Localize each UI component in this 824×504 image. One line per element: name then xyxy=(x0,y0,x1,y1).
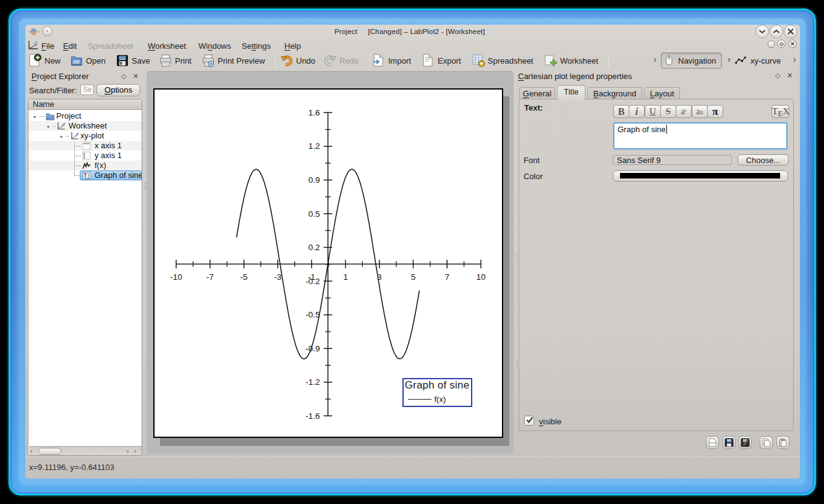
svg-text:0.9: 0.9 xyxy=(308,175,320,185)
svg-text:-7: -7 xyxy=(206,272,214,282)
svg-text:-0.2: -0.2 xyxy=(305,277,320,286)
svg-text:-1.6: -1.6 xyxy=(305,411,320,421)
svg-text:-10: -10 xyxy=(170,272,182,282)
svg-text:5: 5 xyxy=(411,272,416,282)
svg-text:7: 7 xyxy=(444,272,449,282)
svg-text:1: 1 xyxy=(343,272,348,282)
svg-text:10: 10 xyxy=(476,272,485,282)
svg-text:0.2: 0.2 xyxy=(308,243,320,252)
svg-text:-5: -5 xyxy=(240,272,248,282)
svg-text:0.5: 0.5 xyxy=(308,209,320,219)
svg-text:1.6: 1.6 xyxy=(308,108,320,117)
svg-text:-0.5: -0.5 xyxy=(305,310,320,319)
svg-text:-3: -3 xyxy=(274,272,281,282)
svg-text:-1.2: -1.2 xyxy=(305,377,320,387)
svg-text:1.2: 1.2 xyxy=(308,141,320,151)
